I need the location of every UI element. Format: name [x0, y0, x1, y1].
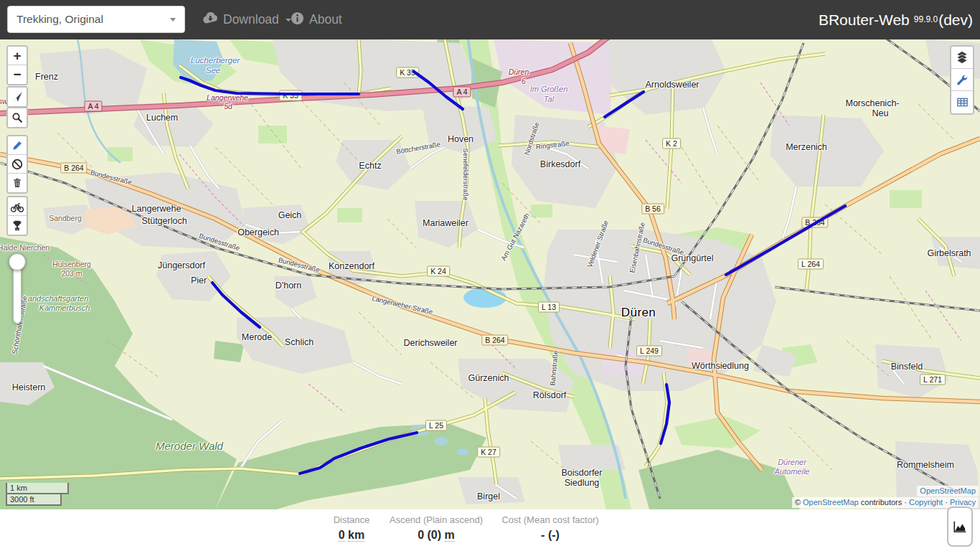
statistics-bar: Distance 0 km Ascend (Plain ascend) 0 (0… [0, 509, 980, 551]
ascend-stat: Ascend (Plain ascend) 0 (0) m [390, 514, 483, 544]
data-table-button[interactable] [951, 91, 973, 113]
distance-stat: Distance 0 km [334, 514, 370, 544]
download-cloud-icon [202, 11, 218, 28]
zoom-in-button[interactable]: + [8, 47, 27, 65]
layers-button[interactable] [951, 47, 973, 69]
attribution: OpenStreetMap © OpenStreetMap contributo… [792, 486, 979, 508]
copyright-symbol: © [795, 498, 801, 507]
pencil-icon [11, 139, 24, 152]
zoom-control: + − [6, 45, 28, 85]
search-icon [11, 111, 24, 124]
profile-tools-control [6, 196, 28, 236]
pois-button[interactable] [8, 216, 27, 235]
wrench-icon [956, 73, 969, 87]
separator: · [904, 498, 907, 507]
osm-link[interactable]: OpenStreetMap [803, 498, 859, 507]
scale-control: 1 km 3000 ft [6, 483, 69, 506]
map-canvas[interactable]: FrenzLuchemLangerweheStütgerlochJüngersd… [0, 39, 980, 509]
app-title-suffix: (dev) [938, 11, 973, 29]
route-segment[interactable] [661, 385, 669, 443]
table-icon [956, 95, 969, 109]
app-title-version: 99.9.0 [914, 14, 938, 24]
distance-label: Distance [334, 514, 370, 527]
about-label: About [309, 12, 342, 27]
separator: · [945, 498, 948, 507]
app-title-name: BRouter-Web [819, 11, 910, 29]
locate-button[interactable] [8, 88, 27, 106]
opacity-slider [9, 253, 22, 324]
route-segment[interactable] [414, 72, 463, 109]
cost-label: Cost (Mean cost factor) [501, 514, 598, 527]
trash-icon [11, 176, 24, 189]
elevation-chart-button[interactable] [947, 507, 973, 547]
app-title: BRouter-Web 99.9.0 (dev) [819, 0, 973, 39]
trophy-icon [11, 219, 24, 232]
privacy-link[interactable]: Privacy [950, 498, 976, 507]
ascend-label: Ascend (Plain ascend) [390, 514, 483, 527]
info-icon [291, 11, 304, 29]
route-segment[interactable] [181, 77, 359, 94]
layer-controls [950, 45, 974, 115]
download-label: Download [223, 12, 279, 27]
cost-value: - (-) [541, 529, 560, 541]
route-layer [0, 39, 980, 509]
ban-icon [11, 158, 24, 171]
zoom-out-button[interactable]: − [8, 65, 27, 84]
elevation-chart-icon [952, 519, 968, 534]
route-segment[interactable] [300, 433, 417, 474]
layer-attribution-link[interactable]: OpenStreetMap [920, 486, 976, 495]
locate-control [6, 86, 28, 108]
bicycle-icon [10, 200, 24, 213]
route-segment[interactable] [212, 283, 260, 327]
draw-route-button[interactable] [8, 136, 27, 155]
ascend-value: 0 (0) [418, 529, 441, 541]
profile-select-value: Trekking, Original [17, 13, 103, 26]
bike-profile-button[interactable] [8, 197, 27, 216]
chevron-down-icon [170, 18, 176, 22]
scale-imperial: 3000 ft [6, 494, 62, 506]
route-segment[interactable] [605, 92, 644, 117]
search-control [6, 107, 28, 128]
navbar: Trekking, Original Download About BRoute… [0, 0, 980, 39]
distance-value: 0 [339, 529, 345, 542]
locate-arrow-icon [11, 90, 24, 103]
download-menu[interactable]: Download [202, 0, 291, 39]
route-segment[interactable] [726, 206, 845, 275]
profile-select[interactable]: Trekking, Original [7, 6, 185, 33]
copyright-link[interactable]: Copyright [909, 498, 943, 507]
opacity-slider-knob[interactable] [9, 253, 26, 270]
distance-unit: km [348, 529, 364, 542]
cancel-drawing-button[interactable] [8, 155, 27, 174]
profile-settings-button[interactable] [951, 69, 973, 91]
search-button[interactable] [8, 108, 27, 127]
layers-icon [955, 50, 969, 65]
about-button[interactable]: About [291, 0, 342, 39]
delete-route-button[interactable] [8, 174, 27, 192]
ascend-unit: m [445, 529, 455, 542]
contributors-text: contributors [861, 498, 902, 507]
scale-metric: 1 km [6, 483, 69, 494]
cost-stat: Cost (Mean cost factor) - (-) [501, 514, 598, 544]
draw-control [6, 135, 28, 194]
